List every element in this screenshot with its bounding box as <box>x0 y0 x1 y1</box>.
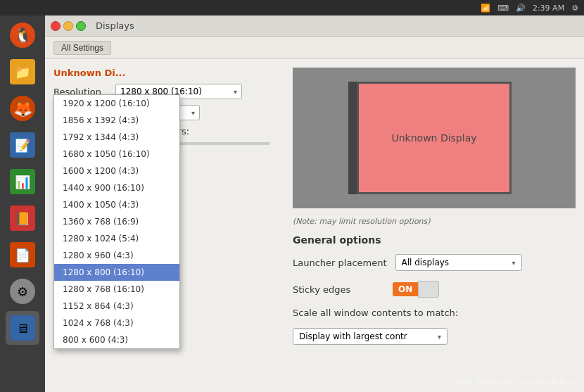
window-controls <box>51 21 86 31</box>
resolution-option[interactable]: 800 x 600 (4:3) <box>54 331 179 348</box>
scale-contents-label: Scale all window contents to match: <box>293 308 458 318</box>
scale-contents-arrow: ▾ <box>438 333 441 341</box>
display-label: Unknown Di... <box>53 68 276 78</box>
launcher-dropdown[interactable]: All displays ▾ <box>395 254 522 271</box>
resolution-option[interactable]: 1920 x 1200 (16:10) <box>54 95 179 112</box>
maximize-button[interactable] <box>76 21 86 31</box>
monitor-screen: Unknown Display <box>357 82 512 194</box>
sidebar-item-text-editor[interactable]: 📝 <box>6 128 39 162</box>
resolution-option[interactable]: 1280 x 768 (16:10) <box>54 281 179 298</box>
resolution-option[interactable]: 1856 x 1392 (4:3) <box>54 112 179 129</box>
ubuntu-logo-icon: 🐧 <box>10 23 35 48</box>
display-icon: 🖥 <box>10 315 35 341</box>
resolution-option[interactable]: 1152 x 864 (4:3) <box>54 298 179 315</box>
launcher-dropdown-value: All displays <box>402 258 450 267</box>
note-text: (Note: may limit resolution options) <box>293 217 576 226</box>
resolution-dropdown-menu: 1920 x 1200 (16:10)1856 x 1392 (4:3)1792… <box>53 94 180 349</box>
left-panel: Unknown Di... Resolution 1280 x 800 (16:… <box>45 59 284 392</box>
main-layout: 🐧 📁 🦊 📝 📊 📙 📄 ⚙ 🖥 <box>0 15 584 392</box>
sidebar-item-spreadsheet[interactable]: 📊 <box>6 165 39 198</box>
volume-icon: 🔊 <box>516 4 526 13</box>
sticky-edges-label: Sticky edges <box>293 284 384 295</box>
window-title: Displays <box>96 20 134 31</box>
resolution-option[interactable]: 1680 x 1050 (16:10) <box>54 146 179 163</box>
sidebar-item-presentation[interactable]: 📙 <box>6 201 39 235</box>
topbar-icons: 📶 ⌨ 🔊 2:39 AM ⚙ <box>481 4 578 13</box>
scale-contents-dropdown-row: Display with largest contr ▾ <box>293 328 576 345</box>
keyboard-icon: ⌨ <box>497 4 509 13</box>
display-preview: Unknown Display <box>293 68 576 208</box>
resolution-option[interactable]: 1280 x 1024 (5:4) <box>54 230 179 247</box>
system-settings-icon: ⚙ <box>10 279 35 304</box>
spreadsheet-icon: 📊 <box>10 169 35 194</box>
sidebar-item-display[interactable]: 🖥 <box>6 311 39 345</box>
resolution-option[interactable]: 1280 x 960 (4:3) <box>54 247 179 264</box>
sticky-edges-row: Sticky edges ON <box>293 281 576 298</box>
launcher-placement-label: Launcher placement <box>293 258 387 268</box>
sidebar-item-ubuntu[interactable]: 🐧 <box>6 18 39 52</box>
navbar: All Settings <box>45 37 584 59</box>
topbar: 📶 ⌨ 🔊 2:39 AM ⚙ <box>0 0 584 15</box>
resolution-option[interactable]: 1280 x 800 (16:10) <box>54 264 179 281</box>
network-icon: 📶 <box>481 4 490 13</box>
scale-contents-value: Display with largest contr <box>299 331 407 341</box>
scale-contents-dropdown[interactable]: Display with largest contr ▾ <box>293 328 447 345</box>
files-icon: 📁 <box>10 59 35 84</box>
resolution-option[interactable]: 1024 x 768 (4:3) <box>54 315 179 331</box>
page-content: Unknown Di... Resolution 1280 x 800 (16:… <box>45 59 584 392</box>
sticky-edges-toggle[interactable]: ON <box>393 281 439 298</box>
topbar-settings-icon[interactable]: ⚙ <box>571 4 578 13</box>
document-icon: 📄 <box>10 242 35 267</box>
all-settings-button[interactable]: All Settings <box>53 41 111 55</box>
toggle-on-label[interactable]: ON <box>393 282 418 296</box>
resolution-dropdown-arrow: ▾ <box>234 88 237 96</box>
launcher-dropdown-arrow: ▾ <box>512 259 516 267</box>
window-titlebar: Displays <box>45 15 584 37</box>
resolution-option[interactable]: 1600 x 1200 (4:3) <box>54 163 179 179</box>
firefox-icon: 🦊 <box>10 96 35 121</box>
monitor-label: Unknown Display <box>391 132 476 144</box>
sidebar: 🐧 📁 🦊 📝 📊 📙 📄 ⚙ 🖥 <box>0 15 45 392</box>
scale-contents-row: Scale all window contents to match: <box>293 308 576 318</box>
sidebar-item-firefox[interactable]: 🦊 <box>6 91 39 125</box>
toggle-off-area[interactable] <box>418 281 439 298</box>
minimize-button[interactable] <box>63 21 73 31</box>
sidebar-item-document[interactable]: 📄 <box>6 238 39 272</box>
general-options-title: General options <box>293 234 576 246</box>
right-panel: Unknown Display (Note: may limit resolut… <box>284 59 584 392</box>
sidebar-item-system-settings[interactable]: ⚙ <box>6 274 39 308</box>
content-area: Displays All Settings Unknown Di... Reso… <box>45 15 584 392</box>
close-button[interactable] <box>51 21 61 31</box>
monitor-stand <box>348 82 357 194</box>
resolution-option[interactable]: 1792 x 1344 (4:3) <box>54 129 179 146</box>
resolution-option[interactable]: 1400 x 1050 (4:3) <box>54 196 179 213</box>
resolution-option[interactable]: 1360 x 768 (16:9) <box>54 213 179 230</box>
text-editor-icon: 📝 <box>10 132 35 158</box>
launcher-placement-row: Launcher placement All displays ▾ <box>293 254 576 271</box>
rotation-dropdown-arrow: ▾ <box>191 109 195 117</box>
time-display: 2:39 AM <box>533 4 564 13</box>
resolution-option[interactable]: 1440 x 900 (16:10) <box>54 179 179 196</box>
watermark-text: http://blog.csdn.net/xiaohukun <box>457 377 576 386</box>
monitor-wrapper: Unknown Display <box>357 82 512 194</box>
presentation-icon: 📙 <box>10 206 35 231</box>
sidebar-item-files[interactable]: 📁 <box>6 55 39 89</box>
